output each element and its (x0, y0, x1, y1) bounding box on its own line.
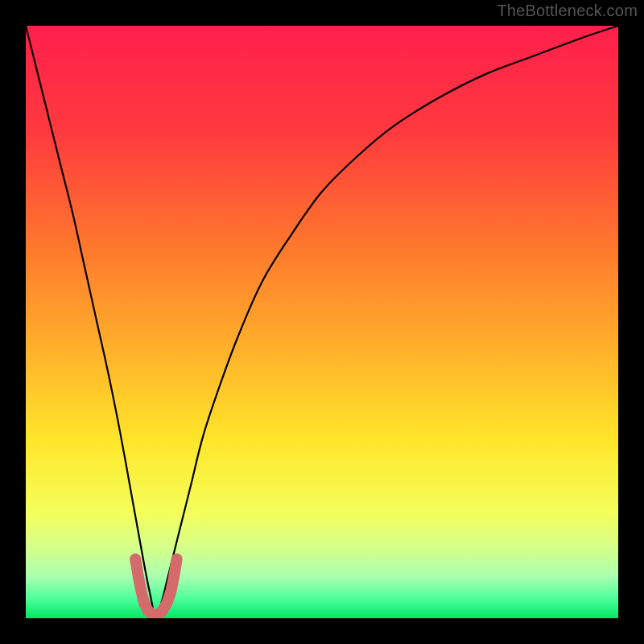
bottleneck-curve (26, 26, 618, 618)
curve-layer (26, 26, 618, 618)
plot-area (26, 26, 618, 618)
chart-frame: TheBottleneck.com (0, 0, 644, 644)
sweet-spot-marker (135, 559, 177, 614)
attribution-text: TheBottleneck.com (497, 2, 638, 20)
